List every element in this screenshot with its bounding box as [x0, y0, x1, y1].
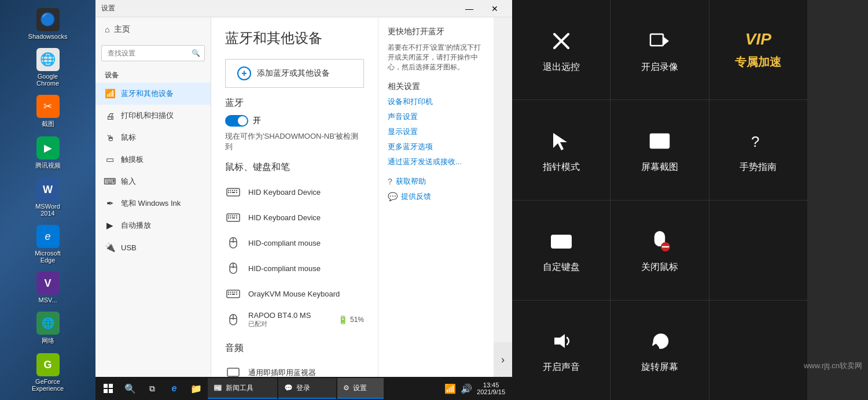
pointer-icon	[547, 127, 576, 155]
remote-sound[interactable]: 开启声音	[512, 301, 610, 400]
sidebar-item-autoplay[interactable]: ▶ 自动播放	[95, 214, 211, 236]
mouse-device-icon-2	[225, 260, 241, 276]
sidebar-home[interactable]: ⌂ 主页	[95, 17, 211, 42]
sidebar-item-bluetooth[interactable]: 📶 蓝牙和其他设备	[95, 83, 211, 105]
sidebar-item-input[interactable]: ⌨ 输入	[95, 171, 211, 192]
svg-rect-4	[234, 190, 236, 191]
right-help-label: 获取帮助	[396, 176, 426, 187]
svg-rect-3	[232, 190, 233, 191]
svg-rect-47	[104, 389, 108, 393]
svg-rect-35	[236, 294, 237, 295]
right-link-sound[interactable]: 声音设置	[388, 112, 484, 122]
sidebar-item-pen[interactable]: ✒ 笔和 Windows Ink	[95, 192, 211, 214]
remote-record-label: 开启录像	[641, 61, 678, 73]
sidebar-touchpad-label: 触摸板	[121, 154, 144, 165]
right-link-more-bt[interactable]: 更多蓝牙选项	[388, 142, 484, 152]
expand-button[interactable]: ›	[494, 342, 512, 377]
remote-vip[interactable]: VIP 专属加速	[709, 0, 807, 99]
remote-panel: 退出远控 开启录像 VIP 专属加速 指针模式	[512, 0, 807, 400]
sidebar-item-mouse[interactable]: 🖱 鼠标	[95, 127, 211, 149]
svg-rect-55	[655, 138, 664, 145]
sidebar-item-printers[interactable]: 🖨 打印机和扫描仪	[95, 105, 211, 127]
svg-rect-30	[234, 292, 236, 293]
remote-gesture[interactable]: ? 手势指南	[709, 100, 807, 199]
tray-network-icon[interactable]: 📶	[444, 383, 456, 394]
right-link-devices[interactable]: 设备和打印机	[388, 97, 484, 107]
sidebar-item-usb[interactable]: 🔌 USB	[95, 236, 211, 258]
desktop: 🔵 Shadowsocks 🌐 Google Chrome ✂ 截图 ▶ 腾讯视…	[0, 0, 95, 400]
svg-rect-13	[232, 216, 233, 217]
bluetooth-toggle[interactable]	[225, 115, 248, 127]
page-title: 蓝牙和其他设备	[225, 29, 364, 47]
task-view-button[interactable]: ⧉	[142, 378, 163, 399]
close-button[interactable]: ✕	[483, 0, 506, 17]
desktop-icon-msv[interactable]: V MSV...	[28, 269, 68, 306]
svg-rect-5	[236, 190, 237, 191]
right-help-row[interactable]: ? 获取帮助	[388, 176, 484, 187]
sidebar-item-touchpad[interactable]: ▭ 触摸板	[95, 149, 211, 171]
printer-icon: 🖨	[105, 110, 115, 121]
taskbar-folder-button[interactable]: 📁	[186, 378, 207, 399]
remote-screenshot[interactable]: 屏幕截图	[610, 100, 708, 199]
sidebar-home-label: 主页	[114, 24, 130, 35]
svg-rect-6	[228, 192, 229, 193]
taskbar-news-app[interactable]: 📰 新闻工具	[208, 378, 277, 399]
right-link-send-bt[interactable]: 通过蓝牙发送或接收...	[388, 157, 484, 167]
autoplay-icon: ▶	[105, 220, 115, 231]
svg-rect-9	[236, 192, 237, 193]
desktop-icon-chrome[interactable]: 🌐 Google Chrome	[28, 46, 68, 89]
remote-mouse-off[interactable]: 关闭鼠标	[610, 201, 708, 300]
device-item-mouse2[interactable]: HID-compliant mouse	[225, 255, 364, 281]
device-name-oraykvm: OrayKVM Mouse Keyboard	[248, 290, 340, 298]
desktop-icon-geforce[interactable]: G GeForce Experience	[28, 351, 68, 394]
svg-text:?: ?	[751, 133, 759, 150]
taskbar-wechat-app[interactable]: 💬 登录	[278, 378, 336, 399]
right-feedback-row[interactable]: 💬 提供反馈	[388, 191, 484, 202]
desktop-icon-msword[interactable]: W MSWord 2014	[28, 176, 68, 219]
device-item-mouse1[interactable]: HID-compliant mouse	[225, 230, 364, 255]
monitor-icon	[225, 365, 241, 377]
desktop-icon-screenshot[interactable]: ✂ 截图	[28, 92, 68, 131]
right-panel: 更快地打开蓝牙 若要在不打开'设置'的情况下打开或关闭蓝牙，请打开操作中心，然后…	[378, 17, 494, 377]
device-item-monitor[interactable]: 通用即插即用蓝视器	[225, 360, 364, 377]
svg-rect-46	[109, 384, 113, 388]
remote-record[interactable]: 开启录像	[610, 0, 708, 99]
remote-sound-label: 开启声音	[543, 361, 580, 373]
svg-rect-32	[228, 294, 229, 295]
desktop-icon-network[interactable]: 🌐 网络	[28, 309, 68, 347]
add-icon: +	[237, 66, 251, 80]
minimize-button[interactable]: —	[458, 0, 481, 17]
desktop-icon-iqiyi[interactable]: ▶ 腾讯视频	[28, 134, 68, 172]
taskbar-search-button[interactable]: 🔍	[120, 378, 141, 399]
svg-rect-18	[232, 217, 235, 218]
remote-rotate[interactable]: 旋转屏幕	[610, 301, 708, 400]
home-icon: ⌂	[105, 25, 109, 34]
tray-volume-icon[interactable]: 🔊	[461, 383, 472, 394]
desktop-icon-shadowsocks[interactable]: 🔵 Shadowsocks	[28, 6, 68, 42]
remote-grid: 退出远控 开启录像 VIP 专属加速 指针模式	[512, 0, 807, 400]
desktop-icon-xunbo[interactable]: ▶ 迅播	[28, 398, 68, 400]
right-link-display[interactable]: 显示设置	[388, 127, 484, 137]
feedback-icon: 💬	[388, 192, 398, 201]
svg-marker-52	[663, 36, 669, 46]
remote-keyboard[interactable]: 自定键盘	[512, 201, 610, 300]
tray-time[interactable]: 13:45 2021/9/15	[477, 382, 505, 395]
device-item-keyboard1[interactable]: HID Keyboard Device	[225, 179, 364, 205]
desktop-icon-edge[interactable]: e Microsoft Edge	[28, 223, 68, 266]
remote-rotate-label: 旋转屏幕	[641, 361, 678, 373]
remote-empty1	[709, 201, 807, 300]
remote-pointer[interactable]: 指针模式	[512, 100, 610, 199]
taskbar-settings-app[interactable]: ⚙ 设置	[337, 378, 384, 399]
keyboard-remote-icon	[547, 227, 576, 255]
svg-rect-34	[232, 294, 235, 295]
device-item-oraykvm[interactable]: OrayKVM Mouse Keyboard	[225, 281, 364, 306]
svg-rect-12	[230, 216, 231, 217]
taskbar-ie-button[interactable]: e	[164, 378, 185, 399]
remote-exit[interactable]: 退出远控	[512, 0, 610, 99]
start-button[interactable]	[98, 378, 119, 399]
device-item-keyboard2[interactable]: HID Keyboard Device	[225, 205, 364, 230]
search-input[interactable]	[101, 45, 205, 61]
battery-percent: 51%	[350, 316, 364, 324]
add-device-button[interactable]: + 添加蓝牙或其他设备	[225, 59, 364, 88]
device-item-rapoo[interactable]: RAPOO BT4.0 MS 已配对 🔋 51%	[225, 306, 364, 333]
